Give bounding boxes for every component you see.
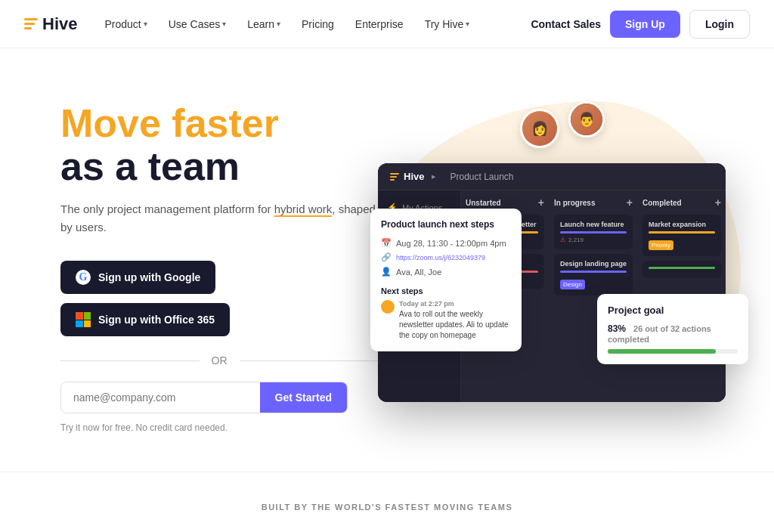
nav-logo[interactable]: Hive — [24, 14, 77, 34]
float-panel-title: Product launch next steps — [381, 219, 511, 230]
login-button[interactable]: Login — [689, 10, 750, 39]
add-card-button-progress[interactable]: + — [627, 196, 633, 209]
goal-panel: Project goal 83% 26 out of 32 actions co… — [597, 294, 748, 364]
app-mockup: Product launch next steps 📅 Aug 28, 11:3… — [378, 163, 726, 402]
chat-avatar-small — [381, 300, 395, 314]
chat-time-label: Today at 2:27 pm — [399, 300, 511, 308]
col-header-completed: Completed + — [642, 196, 721, 209]
nav-item-enterprise[interactable]: Enterprise — [346, 14, 413, 35]
hero-title-orange: Move faster — [60, 102, 378, 145]
kanban-card: Market expansion Priority — [642, 215, 721, 256]
app-logo: Hive — [390, 171, 424, 182]
avatar-face-1: 👩 — [522, 111, 557, 146]
kanban-card: Launch new feature ⚠ 2,219 — [554, 215, 633, 249]
try-free-label: Try it now for free. No credit card need… — [60, 422, 378, 433]
divider-line-left — [60, 360, 200, 361]
get-started-button[interactable]: Get Started — [260, 382, 347, 413]
google-icon: G — [76, 270, 91, 285]
col-header-unstarted: Unstarted + — [466, 196, 544, 209]
app-tab-title: Product Launch — [450, 172, 513, 182]
app-hive-label: Hive — [404, 171, 424, 182]
goal-progress-bar-bg — [608, 349, 738, 354]
navbar: Hive Product ▾ Use Cases ▾ Learn ▾ Prici… — [0, 0, 774, 48]
app-tab-chevron: ▸ — [432, 172, 436, 181]
logo-bar-1 — [24, 18, 38, 20]
nav-links: Product ▾ Use Cases ▾ Learn ▾ Pricing En… — [95, 14, 531, 35]
card-progress-bar — [560, 231, 627, 234]
calendar-icon: 📅 — [381, 238, 392, 248]
chat-message: Ava to roll out the weekly newsletter up… — [399, 309, 511, 341]
contact-sales-link[interactable]: Contact Sales — [531, 18, 601, 30]
microsoft-icon — [76, 312, 91, 327]
divider-line-right — [240, 360, 379, 361]
chat-content: Today at 2:27 pm Ava to roll out the wee… — [399, 300, 511, 341]
nav-item-product[interactable]: Product ▾ — [95, 14, 156, 35]
chevron-down-icon: ▾ — [466, 20, 469, 28]
kanban-card: Design landing page Design — [554, 254, 633, 295]
email-form: Get Started — [60, 382, 348, 413]
link-icon: 🔗 — [381, 252, 392, 262]
float-panel-item-1: 🔗 https://zoom.us/j/6232049379 — [381, 250, 511, 264]
nav-item-use-cases[interactable]: Use Cases ▾ — [159, 14, 235, 35]
logo-text: Hive — [42, 14, 77, 34]
logo-bar-2 — [24, 23, 35, 25]
or-divider: OR — [60, 354, 378, 367]
goal-percent: 83% 26 out of 32 actions completed — [608, 323, 738, 345]
next-steps-title: Next steps — [381, 286, 511, 295]
card-meta: ⚠ 2,219 — [560, 237, 627, 243]
goal-progress-bar-fill — [608, 349, 716, 354]
logo-bar-3 — [24, 27, 32, 29]
card-progress-bar — [649, 267, 715, 269]
people-icon: 👤 — [381, 267, 392, 277]
design-tag: Design — [560, 280, 585, 289]
sign-up-google-button[interactable]: G Sign up with Google — [60, 261, 215, 294]
chevron-down-icon: ▾ — [144, 20, 147, 28]
sign-up-button[interactable]: Sign Up — [610, 11, 680, 38]
priority-tag: Priority — [649, 240, 673, 250]
avatar-1: 👩 — [520, 109, 559, 148]
float-panel-item-2: 👤 Ava, All, Joe — [381, 264, 511, 279]
hero-right: 👩 👨 Product launch next steps 📅 Aug 28, … — [378, 94, 726, 441]
kanban-card — [642, 261, 721, 278]
app-logo-bars — [390, 173, 399, 181]
brands-label: BUILT BY THE WORLD'S FASTEST MOVING TEAM… — [60, 503, 714, 512]
hero-title-dark: as a team — [60, 145, 378, 188]
nav-item-try-hive[interactable]: Try Hive ▾ — [416, 14, 479, 35]
nav-item-learn[interactable]: Learn ▾ — [238, 14, 289, 35]
sign-up-office-button[interactable]: Sign up with Office 365 — [60, 303, 230, 336]
chevron-down-icon: ▾ — [222, 20, 226, 28]
warning-icon: ⚠ — [560, 237, 565, 243]
brands-section: BUILT BY THE WORLD'S FASTEST MOVING TEAM… — [0, 472, 774, 532]
nav-item-pricing[interactable]: Pricing — [293, 14, 343, 35]
float-panel-next-steps: Product launch next steps 📅 Aug 28, 11:3… — [370, 209, 522, 351]
add-card-button-completed[interactable]: + — [715, 196, 721, 209]
hero-subtitle: The only project management platform for… — [60, 200, 378, 237]
next-steps-section: Next steps Today at 2:27 pm Ava to roll … — [381, 286, 511, 341]
card-progress-bar — [649, 231, 715, 234]
nav-right: Contact Sales Sign Up Login — [531, 10, 750, 39]
avatar-2: 👨 — [568, 101, 605, 138]
hero-section: Move faster as a team The only project m… — [0, 48, 774, 472]
app-window-header: Hive ▸ Product Launch — [378, 163, 726, 190]
hero-left: Move faster as a team The only project m… — [60, 102, 378, 433]
goal-panel-title: Project goal — [608, 305, 738, 316]
chat-item: Today at 2:27 pm Ava to roll out the wee… — [381, 300, 511, 341]
logo-icon — [24, 18, 38, 29]
signup-buttons-row: G Sign up with Google Sign up with Offic… — [60, 261, 378, 336]
email-input[interactable] — [61, 382, 260, 413]
hero-subtitle-underline: hybrid work — [274, 203, 333, 217]
add-card-button-unstarted[interactable]: + — [538, 196, 544, 209]
col-header-in-progress: In progress + — [554, 196, 633, 209]
float-panel-item-0: 📅 Aug 28, 11:30 - 12:00pm 4pm — [381, 236, 511, 250]
card-progress-bar — [560, 271, 627, 273]
avatar-face-2: 👨 — [571, 104, 602, 135]
chevron-down-icon: ▾ — [277, 20, 280, 28]
